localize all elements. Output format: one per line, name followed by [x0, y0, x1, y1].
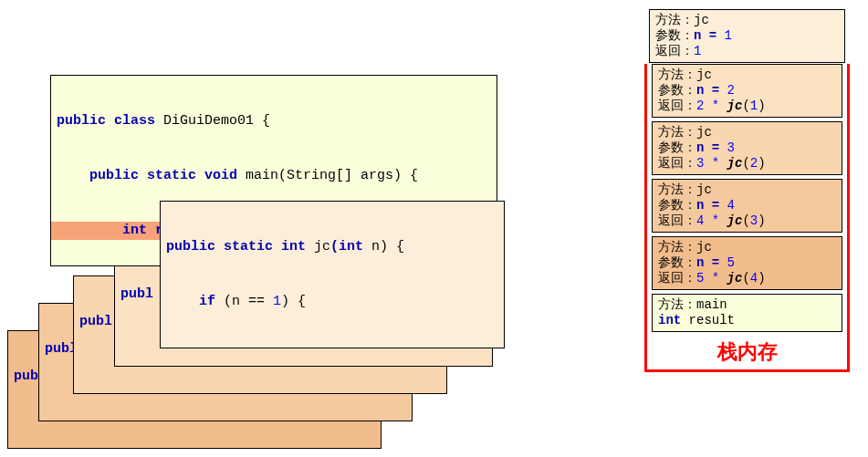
code-diagram: publ } publ } publ } publ } public class… — [0, 0, 548, 457]
stack-caption: 栈内存 — [647, 336, 847, 369]
stack-memory: 方法：jc 参数：n = 1 返回：1 方法：jc 参数：n = 2 返回：2 … — [644, 9, 850, 372]
stack-frame-jc-3: 方法：jc 参数：n = 3 返回：3 * jc(2) — [652, 121, 842, 175]
stack-frame-jc-1: 方法：jc 参数：n = 1 返回：1 — [649, 9, 845, 63]
stack-frame-jc-4: 方法：jc 参数：n = 4 返回：4 * jc(3) — [652, 179, 842, 233]
stack-border: 方法：jc 参数：n = 2 返回：2 * jc(1) 方法：jc 参数：n =… — [644, 64, 850, 372]
stack-frame-jc-5: 方法：jc 参数：n = 5 返回：5 * jc(4) — [652, 236, 842, 290]
stack-frame-jc-2: 方法：jc 参数：n = 2 返回：2 * jc(1) — [652, 64, 842, 118]
code-frame-jc-top: public static int jc(int n) { if (n == 1… — [160, 201, 505, 348]
stack-frame-main: 方法：main int result — [652, 294, 842, 332]
